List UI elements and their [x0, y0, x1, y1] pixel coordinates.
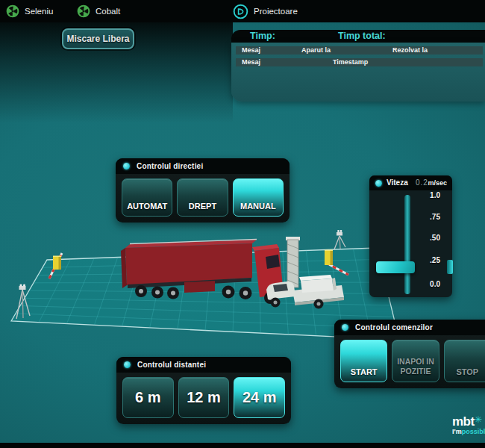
right-tripod — [334, 230, 345, 249]
app-screen: Seleniu Cobalt Proiectoare Miscare Liber… — [0, 0, 485, 448]
logo-brand-text: mbt✳ — [452, 414, 485, 428]
back-in-position-button[interactable]: INAPOI IN POZITIE — [392, 340, 439, 382]
nav-seleniu[interactable]: Seleniu — [6, 0, 53, 22]
bottom-strip — [0, 443, 485, 448]
status-led-icon — [375, 180, 382, 187]
distance-12m-button[interactable]: 12 m — [178, 377, 230, 418]
col-rezolvat-la: Rezolvat la — [392, 46, 428, 55]
tick-0.0: 0.0 — [416, 280, 440, 288]
speed-panel: Viteza 0.2 m/sec 1.0 .75 .50 .25 0.0 — [369, 175, 452, 297]
speed-slider-track[interactable] — [404, 195, 410, 294]
nav-label: Cobalt — [96, 7, 120, 16]
panel-header: Viteza 0.2 m/sec — [369, 175, 452, 190]
tick-.75: .75 — [416, 213, 440, 221]
slider-side-mark — [447, 260, 453, 274]
message-header-row: Mesaj Aparut la Rezolvat la — [236, 46, 483, 55]
nav-label: Seleniu — [25, 7, 53, 16]
tick-.25: .25 — [416, 256, 440, 264]
col-timestamp: Timestamp — [333, 58, 368, 66]
speed-slider: 1.0 .75 .50 .25 0.0 — [369, 190, 452, 297]
col-mesaj: Mesaj — [242, 46, 260, 55]
free-movement-button[interactable]: Miscare Libera — [62, 28, 134, 49]
top-bar: Seleniu Cobalt Proiectoare — [0, 0, 485, 22]
start-button[interactable]: START — [340, 340, 387, 382]
speed-unit: m/sec — [428, 179, 447, 187]
status-led-icon — [124, 361, 131, 368]
panel-title: Controlul distantei — [137, 361, 206, 369]
radiation-icon — [6, 4, 19, 18]
radiation-icon — [77, 4, 90, 18]
status-led-icon — [342, 324, 348, 331]
nav-proiectoare[interactable]: Proiectoare — [233, 0, 298, 22]
panel-header: Controlul distantei — [116, 357, 291, 373]
stop-button[interactable]: STOP — [444, 340, 485, 382]
distance-control-panel: Controlul distantei 6 m 12 m 24 m — [116, 357, 291, 424]
logo-star-icon: ✳ — [475, 414, 482, 425]
distance-6m-button[interactable]: 6 m — [122, 377, 174, 418]
total-time-label: Timp total: — [338, 31, 386, 41]
logo-tagline: I'mpossibl — [452, 428, 485, 435]
commands-control-panel: Controlul comenzilor START INAPOI IN POZ… — [334, 320, 485, 388]
tick-1.0: 1.0 — [416, 191, 440, 199]
projector-icon — [233, 4, 248, 19]
col-mesaj: Mesaj — [242, 58, 260, 66]
manual-button[interactable]: MANUAL — [233, 178, 284, 217]
tick-.50: .50 — [416, 234, 440, 242]
automat-button[interactable]: AUTOMAT — [122, 178, 172, 217]
status-led-icon — [123, 163, 130, 169]
brand-logo: mbt✳ I'mpossibl — [452, 414, 485, 435]
speed-value: 0.2 — [416, 178, 428, 187]
panel-title: Controlul directiei — [137, 162, 203, 170]
drept-button[interactable]: DREPT — [177, 178, 228, 217]
panel-header: Controlul directiei — [116, 158, 290, 174]
speed-title: Viteza — [387, 178, 408, 187]
direction-control-panel: Controlul directiei AUTOMAT DREPT MANUAL — [116, 158, 290, 223]
time-panel: Timp: Timp total: Mesaj Aparut la Rezolv… — [231, 30, 485, 102]
nav-cobalt[interactable]: Cobalt — [77, 0, 120, 22]
log-header-row: Mesaj Timestamp — [236, 58, 483, 66]
distance-24m-button[interactable]: 24 m — [234, 377, 285, 418]
time-panel-body: Mesaj Aparut la Rezolvat la Mesaj Timest… — [231, 43, 485, 102]
time-label: Timp: — [250, 31, 275, 41]
time-panel-header: Timp: Timp total: — [231, 30, 485, 43]
speed-slider-handle[interactable] — [376, 261, 415, 273]
col-aparut-la: Aparut la — [301, 46, 331, 55]
panel-header: Controlul comenzilor — [334, 320, 485, 335]
panel-title: Controlul comenzilor — [355, 323, 433, 332]
nav-label: Proiectoare — [254, 7, 298, 16]
